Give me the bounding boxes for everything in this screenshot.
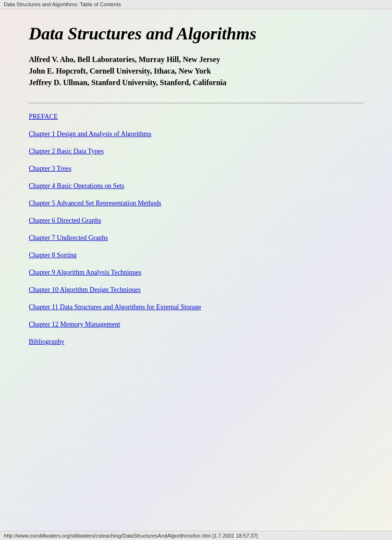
toc-link-3[interactable]: Chapter 3 Trees [29,165,363,173]
toc-link-7[interactable]: Chapter 7 Undirected Graphs [29,234,363,242]
toc-link-10[interactable]: Chapter 10 Algorithm Design Techniques [29,286,363,294]
toc-link-11[interactable]: Chapter 11 Data Structures and Algorithm… [29,303,363,311]
toc-link-4[interactable]: Chapter 4 Basic Operations on Sets [29,182,363,190]
page-content: Data Structures and Algorithms Alfred V.… [0,9,392,531]
toc-link-2[interactable]: Chapter 2 Basic Data Types [29,148,363,155]
status-bar: http://www.ourstillwaters.org/stillwater… [0,531,392,540]
title-bar-text: Data Structures and Algorithms: Table of… [4,1,121,7]
toc-link-6[interactable]: Chapter 6 Directed Graphs [29,217,363,225]
toc-link-9[interactable]: Chapter 9 Algorithm Analysis Techniques [29,269,363,276]
authors: Alfred V. Aho, Bell Laboratories, Murray… [29,54,363,88]
toc-links: PREFACEChapter 1 Design and Analysis of … [29,113,363,346]
toc-link-8[interactable]: Chapter 8 Sorting [29,251,363,259]
author-line-1: Alfred V. Aho, Bell Laboratories, Murray… [29,54,363,65]
divider [29,103,363,103]
toc-link-5[interactable]: Chapter 5 Advanced Set Representation Me… [29,200,363,207]
author-line-3: Jeffrey D. Ullman, Stanford University, … [29,77,363,88]
toc-link-1[interactable]: Chapter 1 Design and Analysis of Algorit… [29,130,363,138]
toc-link-13[interactable]: Bibliography [29,338,363,346]
author-line-2: John E. Hopcroft, Cornell University, It… [29,65,363,77]
toc-link-0[interactable]: PREFACE [29,113,363,121]
main-title: Data Structures and Algorithms [29,24,363,44]
toc-link-12[interactable]: Chapter 12 Memory Management [29,321,363,328]
title-bar: Data Structures and Algorithms: Table of… [0,0,392,9]
status-bar-text: http://www.ourstillwaters.org/stillwater… [4,533,258,539]
